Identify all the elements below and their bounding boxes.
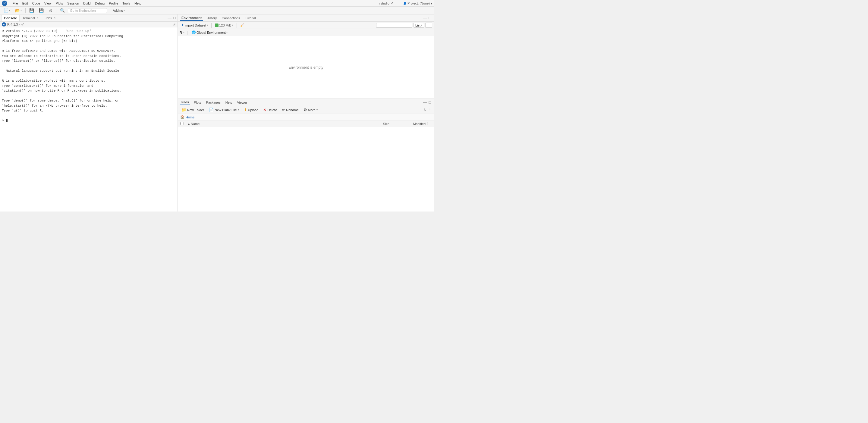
tab-files[interactable]: Files — [180, 100, 190, 105]
chevron-down-icon: ▾ — [431, 2, 432, 5]
files-breadcrumb: 🏠 Home — [178, 114, 434, 121]
menu-view[interactable]: View — [42, 1, 53, 5]
files-column-headers: ▲ Name Size Modified ⋮ — [178, 121, 434, 127]
col-name-header[interactable]: ▲ Name — [187, 122, 365, 126]
import-dataset-button[interactable]: ⬆ Import Dataset ▾ — [180, 23, 210, 27]
new-blank-file-button[interactable]: 📄 New Blank File ▾ — [207, 107, 241, 113]
env-scope-toolbar: R ▾ | 🌐 Global Environment ▾ — [178, 29, 434, 36]
new-blank-file-label: New Blank File — [215, 108, 237, 112]
r-locale-line: Natural language support but running in … — [2, 68, 176, 73]
modified-col-label: Modified — [413, 122, 426, 126]
tab-console[interactable]: Console — [1, 15, 20, 22]
tab-tutorial[interactable]: Tutorial — [244, 16, 257, 21]
new-folder-button[interactable]: 📁 New Folder — [180, 107, 206, 113]
save-icon: 💾 — [29, 8, 34, 13]
open-file-button[interactable]: 📂 ▾ — [13, 7, 24, 13]
menu-build[interactable]: Build — [82, 1, 92, 5]
rstudio-brand: rstudio ↗ — [379, 1, 393, 5]
env-tabs: Environment History Connections Tutorial… — [178, 14, 434, 22]
toolbar-separator-2 — [56, 8, 56, 13]
print-button[interactable]: 🖨 — [47, 7, 54, 13]
files-toolbar: 📁 New Folder 📄 New Blank File ▾ ⬆ Upload… — [178, 106, 434, 114]
tab-plots[interactable]: Plots — [193, 100, 202, 105]
global-env-btn[interactable]: 🌐 Global Environment ▾ — [190, 30, 229, 35]
select-all-checkbox[interactable] — [180, 122, 184, 125]
files-refresh-btn[interactable]: ↻ — [423, 108, 427, 112]
new-folder-label: New Folder — [187, 108, 204, 112]
tab-connections[interactable]: Connections — [220, 16, 241, 21]
env-panel-controls: — □ — [422, 16, 432, 20]
open-file-icon: 📂 — [15, 8, 20, 13]
memory-icon — [215, 24, 218, 27]
tab-environment[interactable]: Environment — [180, 15, 203, 21]
env-list-btn[interactable]: List ▾ — [413, 23, 424, 28]
menu-file[interactable]: File — [11, 1, 20, 5]
r-env-select[interactable]: R ▾ — [180, 31, 184, 34]
main-layout: Console Terminal × Jobs × — □ R R 4.1.3 … — [0, 14, 434, 212]
r-logo: R — [2, 1, 7, 6]
home-link[interactable]: Home — [186, 116, 194, 119]
addins-button[interactable]: Addins ▾ — [111, 8, 127, 13]
menu-plots[interactable]: Plots — [54, 1, 65, 5]
find-button[interactable]: 🔍 — [58, 7, 67, 13]
menu-tools[interactable]: Tools — [121, 1, 132, 5]
import-icon: ⬆ — [181, 23, 184, 27]
col-size-header[interactable]: Size — [365, 122, 390, 126]
r-version-line: R version 4.1.3 (2022-03-10) -- "One Pus… — [2, 29, 176, 34]
tab-history[interactable]: History — [205, 16, 218, 21]
delete-button[interactable]: ✕ Delete — [261, 107, 279, 113]
tab-jobs[interactable]: Jobs × — [42, 15, 59, 22]
r-blank-4 — [2, 93, 176, 99]
tab-terminal-close[interactable]: × — [36, 16, 39, 20]
global-env-chevron: ▾ — [226, 31, 227, 34]
files-panel-minimize[interactable]: — — [422, 100, 427, 104]
new-file-button[interactable]: 📄 ▾ — [2, 7, 12, 13]
row-actions-icon[interactable]: ⋮ — [426, 122, 429, 125]
new-file-icon: 📄 — [4, 8, 8, 13]
project-label[interactable]: 👤 Project: (None) ▾ — [403, 1, 432, 5]
left-panel-maximize[interactable]: □ — [173, 16, 176, 20]
sort-icon: ▲ — [187, 122, 190, 125]
env-search-input[interactable] — [376, 23, 412, 28]
memory-btn[interactable]: 123 MiB ▾ — [213, 23, 235, 27]
menu-edit[interactable]: Edit — [21, 1, 30, 5]
goto-file-input[interactable]: Go to file/function — [68, 8, 107, 13]
env-panel-maximize[interactable]: □ — [428, 16, 432, 20]
menu-help[interactable]: Help — [133, 1, 143, 5]
more-button[interactable]: ⚙ More ▾ — [302, 107, 319, 113]
env-grid-btn[interactable]: ⋮ — [425, 23, 432, 28]
broom-btn[interactable]: 🧹 — [239, 23, 246, 27]
delete-icon: ✕ — [263, 107, 267, 112]
rename-button[interactable]: ✏ Rename — [280, 107, 301, 113]
save-button[interactable]: 💾 — [27, 7, 36, 13]
tab-viewer[interactable]: Viewer — [236, 100, 248, 105]
r-citation-line: 'citation()' on how to cite R or R packa… — [2, 88, 176, 93]
left-panel-minimize[interactable]: — — [167, 16, 172, 20]
app-brand: R — [2, 1, 7, 6]
toolbar-separator-1 — [25, 8, 26, 13]
tab-terminal[interactable]: Terminal × — [20, 15, 42, 22]
save-all-button[interactable]: 💾 — [37, 7, 45, 13]
toolbar-separator-3 — [109, 8, 109, 13]
files-more-options-btn[interactable]: ⋮ — [428, 108, 432, 112]
upload-button[interactable]: ⬆ Upload — [242, 107, 260, 113]
r-env-label: R — [180, 31, 182, 34]
console-output[interactable]: R version 4.1.3 (2022-03-10) -- "One Pus… — [0, 27, 178, 212]
menu-profile[interactable]: Profile — [107, 1, 120, 5]
env-empty-state: Environment is empty — [178, 36, 434, 99]
tab-jobs-close[interactable]: × — [53, 16, 56, 20]
menu-code[interactable]: Code — [30, 1, 42, 5]
new-blank-file-chevron: ▾ — [238, 108, 239, 111]
console-maximize-btn[interactable]: ⤢ — [173, 23, 176, 27]
col-modified-header[interactable]: Modified — [390, 122, 426, 126]
env-right-btns: List ▾ ⋮ — [376, 23, 432, 28]
menu-debug[interactable]: Debug — [93, 1, 106, 5]
env-panel-minimize[interactable]: — — [422, 16, 427, 20]
env-toolbar: ⬆ Import Dataset ▾ 123 MiB ▾ 🧹 L — [178, 22, 434, 29]
memory-chevron: ▾ — [232, 24, 233, 27]
files-checkbox-all[interactable] — [180, 122, 187, 126]
files-panel-maximize[interactable]: □ — [428, 100, 432, 104]
tab-packages[interactable]: Packages — [205, 100, 222, 105]
menu-session[interactable]: Session — [65, 1, 81, 5]
tab-help[interactable]: Help — [224, 100, 234, 105]
